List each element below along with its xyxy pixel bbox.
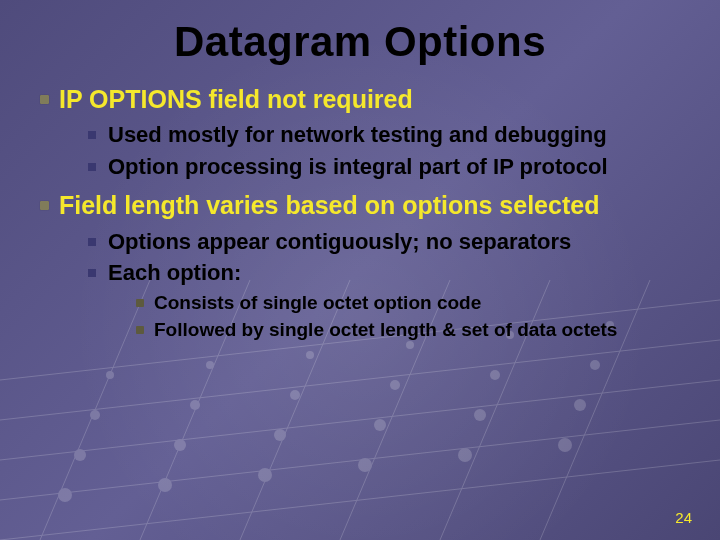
bullet-level1: IP OPTIONS field not required: [40, 84, 690, 115]
bullet-level2: Options appear contiguously; no separato…: [88, 228, 690, 257]
bullet-text: Field length varies based on options sel…: [59, 190, 599, 221]
bullet-text: IP OPTIONS field not required: [59, 84, 413, 115]
bullet-icon: [136, 299, 144, 307]
slide-content: IP OPTIONS field not required Used mostl…: [30, 84, 690, 342]
bullet-level2: Each option:: [88, 259, 690, 288]
bullet-level3: Followed by single octet length & set of…: [136, 318, 690, 343]
bullet-icon: [88, 269, 96, 277]
bullet-icon: [88, 131, 96, 139]
bullet-text: Options appear contiguously; no separato…: [108, 228, 571, 257]
bullet-icon: [88, 238, 96, 246]
slide: Datagram Options IP OPTIONS field not re…: [0, 0, 720, 540]
bullet-level3: Consists of single octet option code: [136, 291, 690, 316]
bullet-text: Used mostly for network testing and debu…: [108, 121, 607, 150]
bullet-icon: [40, 201, 49, 210]
slide-title: Datagram Options: [30, 18, 690, 66]
bullet-text: Each option:: [108, 259, 241, 288]
bullet-text: Followed by single octet length & set of…: [154, 318, 617, 343]
bullet-level2: Used mostly for network testing and debu…: [88, 121, 690, 150]
bullet-icon: [88, 163, 96, 171]
bullet-text: Consists of single octet option code: [154, 291, 481, 316]
bullet-level1: Field length varies based on options sel…: [40, 190, 690, 221]
bullet-level2: Option processing is integral part of IP…: [88, 153, 690, 182]
bullet-icon: [136, 326, 144, 334]
bullet-icon: [40, 95, 49, 104]
bullet-text: Option processing is integral part of IP…: [108, 153, 608, 182]
page-number: 24: [675, 509, 692, 526]
